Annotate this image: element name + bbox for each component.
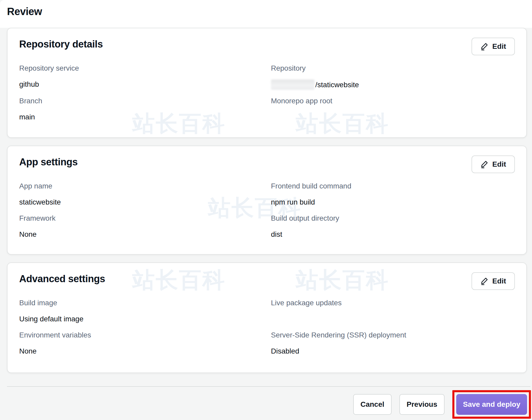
repository-name: /staticwebsite [315,81,359,89]
field-value [271,314,515,324]
edit-advanced-settings-button[interactable]: Edit [472,272,515,290]
redacted-text [271,79,315,90]
field-label: Live package updates [271,298,515,308]
field-framework: Framework None [19,213,263,239]
field-label: App name [19,181,263,191]
field-value: None [19,229,263,239]
save-and-deploy-button[interactable]: Save and deploy [456,394,527,415]
field-label: Server-Side Rendering (SSR) deployment [271,330,515,340]
field-label: Repository [271,63,515,73]
card-title-app-settings: App settings [19,156,515,168]
field-value: /staticwebsite [271,79,515,90]
field-label: Monorepo app root [271,96,515,106]
card-title-advanced-settings: Advanced settings [19,273,515,285]
field-frontend-build-command: Frontend build command npm run build [271,181,515,207]
field-value: dist [271,229,515,239]
field-app-name: App name staticwebsite [19,181,263,207]
field-ssr-deployment: Server-Side Rendering (SSR) deployment D… [271,330,515,356]
field-value [271,112,515,122]
field-branch: Branch main [19,96,263,122]
field-value: Using default image [19,314,263,324]
field-value: main [19,112,263,122]
field-live-package-updates: Live package updates [271,298,515,324]
field-label: Repository service [19,63,263,73]
field-label: Branch [19,96,263,106]
field-label: Build image [19,298,263,308]
footer-divider [7,386,530,387]
field-environment-variables: Environment variables None [19,330,263,356]
field-label: Environment variables [19,330,263,340]
annotation-highlight: Save and deploy [452,390,531,419]
field-value: None [19,346,263,356]
field-build-output-directory: Build output directory dist [271,213,515,239]
field-build-image: Build image Using default image [19,298,263,324]
advanced-settings-fields: Build image Using default image Live pac… [19,298,515,356]
field-label: Framework [19,213,263,223]
advanced-settings-card: 站长百科 站长百科 Advanced settings Edit Build i… [7,262,527,373]
field-repository: Repository /staticwebsite [271,63,515,90]
app-settings-card: 站长百科 App settings Edit App name staticwe… [7,146,527,255]
edit-button-label: Edit [492,42,506,51]
field-label: Frontend build command [271,181,515,191]
field-value: staticwebsite [19,197,263,207]
pencil-icon [480,160,488,168]
cancel-button[interactable]: Cancel [353,394,392,415]
field-value: Disabled [271,346,515,356]
edit-app-settings-button[interactable]: Edit [472,155,515,173]
field-value: npm run build [271,197,515,207]
field-label: Build output directory [271,213,515,223]
field-value: github [19,79,263,89]
pencil-icon [480,277,488,285]
wizard-footer: Cancel Previous Save and deploy [7,386,527,419]
edit-button-label: Edit [492,277,506,285]
card-title-repository-details: Repository details [19,38,515,50]
footer-actions: Cancel Previous Save and deploy [7,390,531,419]
app-settings-fields: App name staticwebsite Frontend build co… [19,181,515,239]
edit-repository-details-button[interactable]: Edit [472,38,515,55]
repository-details-fields: Repository service github Repository /st… [19,63,515,122]
previous-button[interactable]: Previous [399,394,445,415]
field-repository-service: Repository service github [19,63,263,90]
review-page: Review 站长百科 站长百科 Repository details Edit… [0,0,532,420]
main-content: 站长百科 站长百科 Repository details Edit Reposi… [0,0,532,419]
repository-details-card: 站长百科 站长百科 Repository details Edit Reposi… [7,28,527,138]
edit-button-label: Edit [492,160,506,168]
field-monorepo-app-root: Monorepo app root [271,96,515,122]
pencil-icon [480,43,488,50]
